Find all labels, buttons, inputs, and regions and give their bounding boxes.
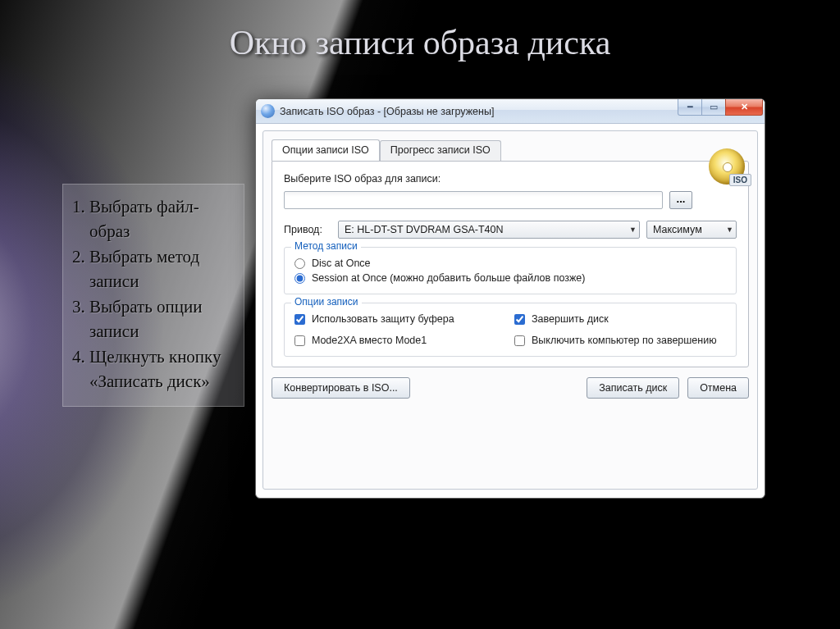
radio-disc-at-once[interactable]: Disc at Once [294, 258, 726, 269]
step-item: Выбрать опции записи [89, 294, 235, 344]
write-options-group: Опции записи Использовать защиту буфера … [284, 303, 737, 357]
check-mode2xa[interactable]: Mode2XA вместо Mode1 [294, 335, 506, 346]
radio-label: Session at Once (можно добавить больше ф… [312, 272, 585, 284]
radio-session-at-once[interactable]: Session at Once (можно добавить больше ф… [294, 272, 726, 284]
browse-button[interactable]: ... [669, 191, 692, 209]
check-shutdown[interactable]: Выключить компьютер по завершению [514, 335, 726, 346]
drive-value: E: HL-DT-ST DVDRAM GSA-T40N [345, 224, 504, 235]
drive-combo[interactable]: E: HL-DT-ST DVDRAM GSA-T40N ▼ [338, 221, 640, 239]
tab-iso-progress[interactable]: Прогресс записи ISO [380, 140, 501, 162]
step-item: Щелкнуть кнопку «Записать диск» [89, 344, 235, 394]
minimize-button[interactable]: ━ [678, 99, 702, 116]
check-label: Использовать защиту буфера [312, 313, 454, 325]
speed-value: Максимум [653, 224, 702, 235]
check-label: Выключить компьютер по завершению [532, 335, 717, 346]
check-finalize-disc[interactable]: Завершить диск [514, 313, 726, 325]
write-options-legend: Опции записи [291, 296, 362, 308]
speed-combo[interactable]: Максимум ▼ [646, 221, 737, 239]
chevron-down-icon: ▼ [629, 226, 637, 234]
write-method-group: Метод записи Disc at Once Session at Onc… [284, 247, 737, 294]
convert-to-iso-button[interactable]: Конвертировать в ISO... [272, 377, 410, 399]
tab-iso-options[interactable]: Опции записи ISO [272, 139, 380, 161]
step-item: Выбрать метод записи [89, 244, 235, 294]
select-iso-label: Выберите ISO образ для записи: [284, 173, 737, 185]
radio-label: Disc at Once [312, 258, 371, 269]
chevron-down-icon: ▼ [726, 226, 733, 234]
tab-panel-options: ISO Выберите ISO образ для записи: ... П… [272, 161, 749, 367]
check-buffer-protection[interactable]: Использовать защиту буфера [294, 313, 506, 325]
iso-badge-label: ISO [729, 174, 751, 186]
step-item: Выбрать файл-образ [89, 194, 235, 244]
slide-title: Окно записи образа диска [0, 23, 840, 62]
maximize-button[interactable]: ▭ [701, 99, 726, 116]
burn-iso-window: Записать ISO образ - [Образы не загружен… [255, 98, 765, 499]
cancel-button[interactable]: Отмена [687, 377, 749, 399]
window-title: Записать ISO образ - [Образы не загружен… [280, 106, 494, 117]
write-method-legend: Метод записи [291, 240, 361, 252]
window-body: Опции записи ISO Прогресс записи ISO ISO… [262, 130, 758, 490]
iso-disc-icon: ISO [707, 147, 751, 186]
steps-panel: Выбрать файл-образ Выбрать метод записи … [62, 184, 244, 407]
check-label: Mode2XA вместо Mode1 [312, 335, 427, 346]
check-label: Завершить диск [532, 313, 609, 325]
app-icon [261, 104, 275, 118]
iso-path-input[interactable] [284, 191, 663, 209]
burn-disc-button[interactable]: Записать диск [587, 377, 679, 399]
window-titlebar[interactable]: Записать ISO образ - [Образы не загружен… [256, 99, 765, 124]
drive-label: Привод: [284, 224, 331, 235]
close-button[interactable]: ✕ [725, 99, 763, 116]
